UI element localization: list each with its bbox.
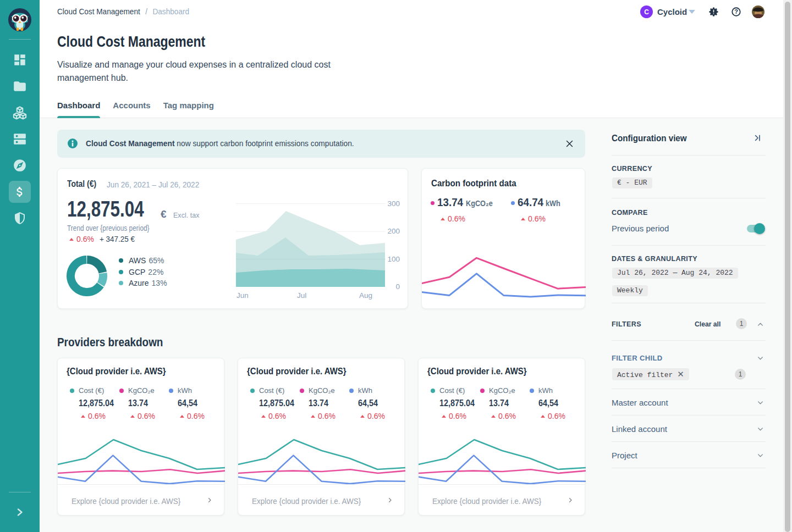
svg-text:?: ? bbox=[734, 8, 738, 15]
